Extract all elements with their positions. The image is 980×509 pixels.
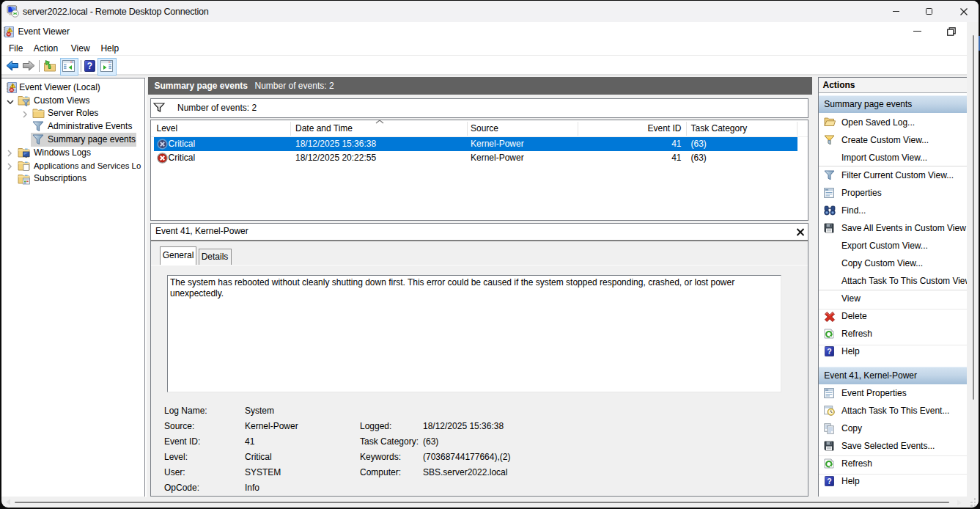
svg-text:?: ?	[86, 61, 92, 71]
svg-text:?: ?	[827, 347, 831, 356]
svg-text:?: ?	[827, 477, 831, 486]
